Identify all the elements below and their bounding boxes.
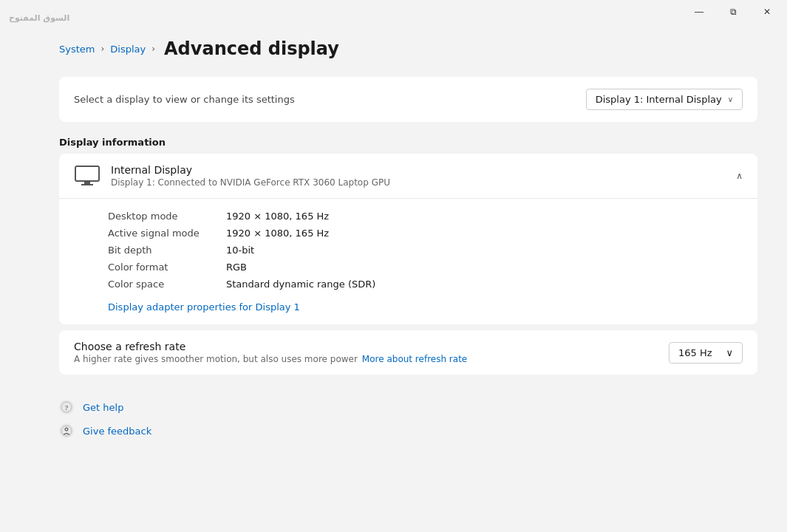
help-section: ? Get help Give feedback [59, 389, 757, 449]
restore-button[interactable]: ⧉ [716, 0, 750, 24]
display-name: Internal Display [111, 164, 390, 176]
breadcrumb-system[interactable]: System [59, 44, 95, 55]
svg-rect-0 [75, 166, 99, 181]
refresh-title: Choose a refresh rate [74, 341, 669, 352]
refresh-text-group: Choose a refresh rate A higher rate give… [74, 341, 669, 364]
breadcrumb-display[interactable]: Display [110, 44, 146, 55]
label-bit-depth: Bit depth [108, 245, 226, 256]
display-selector-row: Select a display to view or change its s… [74, 89, 743, 110]
collapse-icon: ∧ [736, 171, 743, 181]
watermark-logo: السوق المفتوح [9, 13, 69, 23]
give-feedback-icon [59, 423, 74, 438]
refresh-more-link[interactable]: More about refresh rate [362, 354, 467, 364]
monitor-icon [74, 165, 100, 187]
display-info-panel: Internal Display Display 1: Connected to… [59, 154, 757, 324]
info-row-color-space: Color space Standard dynamic range (SDR) [108, 279, 743, 290]
info-row-color-format: Color format RGB [108, 262, 743, 273]
label-color-format: Color format [108, 262, 226, 273]
label-signal-mode: Active signal mode [108, 228, 226, 239]
svg-text:?: ? [65, 404, 68, 412]
display-info-header-left: Internal Display Display 1: Connected to… [74, 164, 390, 188]
get-help-label: Get help [83, 402, 123, 413]
refresh-arrow-icon: ∨ [726, 347, 733, 358]
display-selector-label: Select a display to view or change its s… [74, 94, 295, 105]
label-color-space: Color space [108, 279, 226, 290]
breadcrumb-sep-2: › [151, 44, 155, 54]
info-row-desktop-mode: Desktop mode 1920 × 1080, 165 Hz [108, 211, 743, 222]
value-color-space: Standard dynamic range (SDR) [226, 279, 375, 290]
display-info-title-group: Internal Display Display 1: Connected to… [111, 164, 390, 188]
question-icon: ? [61, 401, 72, 413]
settings-window: — ⧉ ✕ السوق المفتوح System › Display › A… [0, 0, 787, 532]
refresh-value: 165 Hz [678, 347, 712, 358]
value-color-format: RGB [226, 262, 247, 273]
value-bit-depth: 10-bit [226, 245, 254, 256]
refresh-rate-panel: Choose a refresh rate A higher rate give… [59, 330, 757, 375]
info-row-signal-mode: Active signal mode 1920 × 1080, 165 Hz [108, 228, 743, 239]
display-selector-panel: Select a display to view or change its s… [59, 77, 757, 122]
display-info-header[interactable]: Internal Display Display 1: Connected to… [59, 154, 757, 199]
close-button[interactable]: ✕ [750, 0, 784, 24]
label-desktop-mode: Desktop mode [108, 211, 226, 222]
main-content: System › Display › Advanced display Sele… [0, 24, 787, 532]
title-bar: — ⧉ ✕ [0, 0, 787, 24]
value-desktop-mode: 1920 × 1080, 165 Hz [226, 211, 329, 222]
window-controls: — ⧉ ✕ [682, 0, 784, 24]
give-feedback-label: Give feedback [83, 426, 151, 437]
refresh-subtitle: A higher rate gives smoother motion, but… [74, 354, 669, 364]
refresh-subtitle-text: A higher rate gives smoother motion, but… [74, 354, 358, 364]
svg-rect-2 [81, 184, 93, 185]
section-header-display-info: Display information [59, 137, 757, 148]
info-row-bit-depth: Bit depth 10-bit [108, 245, 743, 256]
value-signal-mode: 1920 × 1080, 165 Hz [226, 228, 329, 239]
display-dropdown[interactable]: Display 1: Internal Display ∨ [586, 89, 743, 110]
chevron-down-icon: ∨ [728, 95, 733, 103]
display-info-body: Desktop mode 1920 × 1080, 165 Hz Active … [59, 199, 757, 324]
adapter-properties-link[interactable]: Display adapter properties for Display 1 [108, 301, 300, 313]
display-dropdown-value: Display 1: Internal Display [596, 94, 722, 105]
get-help-link[interactable]: ? Get help [59, 395, 757, 419]
give-feedback-link[interactable]: Give feedback [59, 419, 757, 443]
page-title: Advanced display [164, 38, 339, 59]
breadcrumb: System › Display › Advanced display [59, 38, 757, 59]
breadcrumb-sep-1: › [100, 44, 104, 54]
get-help-icon: ? [59, 400, 74, 415]
display-subtitle: Display 1: Connected to NVIDIA GeForce R… [111, 177, 390, 188]
feedback-icon [61, 425, 72, 437]
refresh-dropdown[interactable]: 165 Hz ∨ [669, 342, 743, 364]
svg-rect-1 [84, 181, 90, 184]
minimize-button[interactable]: — [682, 0, 716, 24]
